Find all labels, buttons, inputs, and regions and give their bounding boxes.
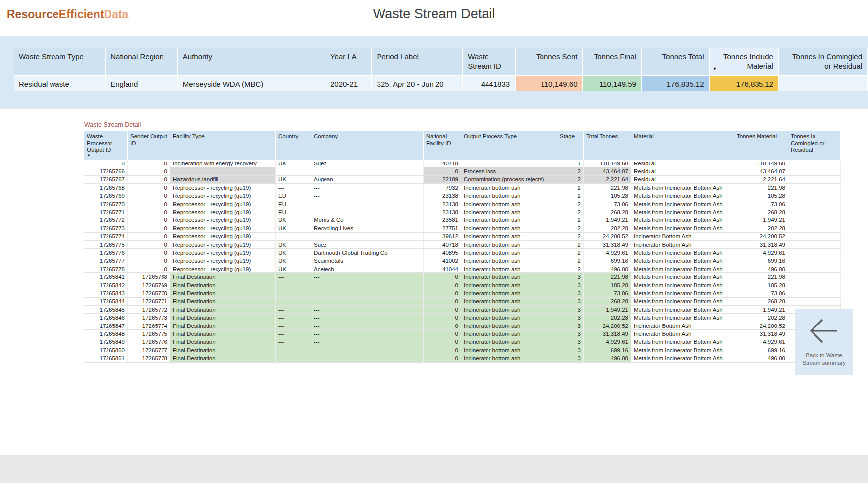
summary-header-waste-stream-type[interactable]: Waste Stream Type xyxy=(14,48,105,76)
back-button[interactable]: Back to Waste Stream summary xyxy=(795,309,853,375)
cell: 17265771 xyxy=(84,208,128,216)
table-row[interactable]: 1726584817265775Final Destination------0… xyxy=(84,330,841,338)
cell: Final Destination xyxy=(170,338,276,346)
cell: --- xyxy=(276,338,311,346)
table-row[interactable]: 172657750Reprocessor - recycling (qu19)U… xyxy=(84,240,841,248)
table-row[interactable]: 172657670Hazardous landfillUKAugean22109… xyxy=(84,175,841,183)
cell: 202.28 xyxy=(584,314,631,322)
detail-header-material[interactable]: Material xyxy=(631,131,734,160)
summary-header-tonnes-total[interactable]: Tonnes Total xyxy=(642,48,709,76)
cell: --- xyxy=(276,314,311,322)
table-row[interactable]: 1726584717265774Final Destination------0… xyxy=(84,322,841,329)
summary-header-label: Tonnes In Comingled or Residual xyxy=(792,53,862,70)
summary-header-label: Tonnes Include Material xyxy=(723,53,773,70)
cell xyxy=(788,273,841,281)
table-row[interactable]: 172657690Reprocessor - recycling (qu19)E… xyxy=(84,192,841,200)
cell: 3 xyxy=(557,314,584,322)
detail-header-total-tonnes[interactable]: Total Tonnes xyxy=(584,131,631,160)
detail-header-label: Tonnes Material xyxy=(737,133,777,139)
cell: Reprocessor - recycling (qu19) xyxy=(170,224,276,232)
table-row[interactable]: 1726584417265771Final Destination------0… xyxy=(84,297,841,305)
table-row[interactable]: 172657740Reprocessor - recycling (qu19)-… xyxy=(84,232,841,240)
summary-header-authority[interactable]: Authority xyxy=(177,48,325,76)
table-row[interactable]: 1726585117265778Final Destination------0… xyxy=(84,354,841,362)
summary-header-national-region[interactable]: National Region xyxy=(105,48,177,76)
cell: 3 xyxy=(557,281,584,289)
table-row[interactable]: 172657720Reprocessor - recycling (qu19)U… xyxy=(84,216,841,224)
summary-header-waste-stream-id[interactable]: Waste Stream ID xyxy=(462,48,515,76)
cell: Incinerator bottom ash xyxy=(461,289,557,297)
cell: --- xyxy=(311,232,424,240)
detail-header-tonnes-material[interactable]: Tonnes Material xyxy=(734,131,788,160)
cell: 105.28 xyxy=(734,281,788,289)
cell: Morris & Co xyxy=(311,216,424,224)
cell: 0 xyxy=(128,216,170,224)
summary-header-label: National Region xyxy=(110,53,163,61)
cell: --- xyxy=(311,184,424,192)
detail-header-national-facility-id[interactable]: National Facility ID xyxy=(424,131,461,160)
summary-header-label: Waste Stream ID xyxy=(468,53,501,70)
table-row[interactable]: 1726584617265773Final Destination------0… xyxy=(84,314,841,322)
cell: Incinerator bottom ash xyxy=(461,184,557,192)
summary-value-authority: Merseyside WDA (MBC) xyxy=(177,76,325,91)
summary-header-tonnes-in-comingled-or-residual[interactable]: Tonnes In Comingled or Residual xyxy=(779,48,868,76)
detail-header-sender-output-id[interactable]: Sender Output ID xyxy=(128,131,170,160)
table-row[interactable]: 1726584317265770Final Destination------0… xyxy=(84,289,841,297)
table-row[interactable]: 172657780Reprocessor - recycling (qu19)U… xyxy=(84,265,841,273)
table-row[interactable]: 172657700Reprocessor - recycling (qu19)E… xyxy=(84,200,841,208)
cell: Final Destination xyxy=(170,330,276,338)
cell: 0 xyxy=(424,338,461,346)
table-row[interactable]: 1726584917265776Final Destination------0… xyxy=(84,338,841,346)
cell: 17265770 xyxy=(128,289,170,297)
detail-header-facility-type[interactable]: Facility Type xyxy=(170,131,276,160)
summary-header-tonnes-include-material[interactable]: Tonnes Include Material▼ xyxy=(709,48,779,76)
cell: --- xyxy=(311,200,424,208)
cell: 24,200.52 xyxy=(584,232,631,240)
table-row[interactable]: 172657710Reprocessor - recycling (qu19)E… xyxy=(84,208,841,216)
summary-header-tonnes-sent[interactable]: Tonnes Sent xyxy=(515,48,583,76)
cell: 699.16 xyxy=(584,346,631,354)
cell: Metals from Incinerator Bottom Ash xyxy=(631,346,734,354)
table-row[interactable]: 172657680Reprocessor - recycling (qu19)-… xyxy=(84,184,841,192)
cell: UK xyxy=(276,265,311,273)
summary-header-year-la[interactable]: Year LA xyxy=(325,48,372,76)
cell: UK xyxy=(276,240,311,248)
detail-header-country[interactable]: Country xyxy=(276,131,311,160)
table-row[interactable]: 1726584217265769Final Destination------0… xyxy=(84,281,841,289)
table-row[interactable]: 1726584517265772Final Destination------0… xyxy=(84,306,841,314)
cell: 17265773 xyxy=(128,314,170,322)
cell: 0 xyxy=(424,281,461,289)
table-row[interactable]: 1726585017265777Final Destination------0… xyxy=(84,346,841,354)
summary-row[interactable]: Residual wasteEnglandMerseyside WDA (MBC… xyxy=(14,76,868,91)
detail-header-waste-processor-output-id[interactable]: Waste Processor Output ID▲ xyxy=(84,131,128,160)
cell: Final Destination xyxy=(170,322,276,329)
table-row[interactable]: 00Incineration with energy recoveryUKSue… xyxy=(84,160,841,167)
cell: 17265844 xyxy=(84,297,128,305)
cell: --- xyxy=(311,314,424,322)
cell: Incinerator bottom ash xyxy=(461,192,557,200)
cell: 17265767 xyxy=(84,175,128,183)
summary-header-tonnes-final[interactable]: Tonnes Final xyxy=(583,48,641,76)
cell: 31,318.49 xyxy=(584,330,631,338)
detail-header-tonnes-in-comingled-or-residual[interactable]: Tonnes In Comingled or Residual xyxy=(788,131,841,160)
summary-value-national-region: England xyxy=(105,76,177,91)
table-row[interactable]: 1726584117265768Final Destination------0… xyxy=(84,273,841,281)
table-row[interactable]: 172657770Reprocessor - recycling (qu19)U… xyxy=(84,257,841,265)
cell: Contamination (process rejects) xyxy=(461,175,557,183)
cell: Incinerator bottom ash xyxy=(461,306,557,314)
cell: 41044 xyxy=(424,265,461,273)
detail-header-output-process-type[interactable]: Output Process Type xyxy=(461,131,557,160)
detail-table: Waste Processor Output ID▲Sender Output … xyxy=(84,131,841,363)
detail-header-company[interactable]: Company xyxy=(311,131,424,160)
table-row[interactable]: 172657730Reprocessor - recycling (qu19)U… xyxy=(84,224,841,232)
cell: --- xyxy=(311,338,424,346)
detail-header-stage[interactable]: Stage xyxy=(557,131,584,160)
summary-table: Waste Stream TypeNational RegionAuthorit… xyxy=(14,48,868,91)
cell: 0 xyxy=(128,232,170,240)
summary-header-period-label[interactable]: Period Label xyxy=(372,48,463,76)
cell: --- xyxy=(311,208,424,216)
summary-header-label: Tonnes Total xyxy=(662,53,704,61)
table-row[interactable]: 172657660------0Process loss243,464.07Re… xyxy=(84,167,841,175)
table-row[interactable]: 172657760Reprocessor - recycling (qu19)U… xyxy=(84,249,841,257)
cell: 17265845 xyxy=(84,306,128,314)
